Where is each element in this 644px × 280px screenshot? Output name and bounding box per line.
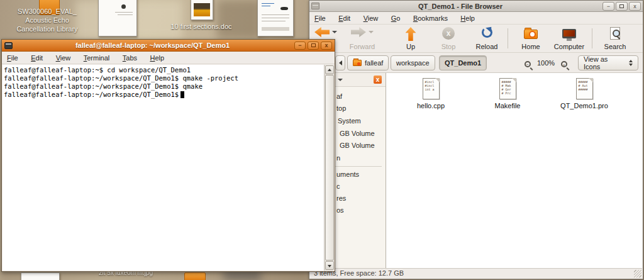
wallpaper-shape — [217, 0, 261, 39]
home-label: Home — [521, 43, 540, 50]
scroll-up-button[interactable] — [325, 65, 334, 74]
menu-view[interactable]: View — [358, 13, 384, 24]
terminal-window: falleaf@falleaf-laptop: ~/workspace/QT_D… — [1, 39, 335, 272]
document-line — [115, 12, 133, 13]
reload-icon — [482, 27, 492, 38]
desktop-icon-document-partial[interactable] — [21, 272, 60, 280]
sidebar-item[interactable]: GB Volume — [340, 142, 375, 149]
terminal-line: falleaf@falleaf-laptop:~$ cd workspace/Q… — [4, 66, 324, 74]
zoom-out-button[interactable]: − — [525, 59, 531, 70]
search-icon — [610, 27, 620, 40]
path-button-qt-demo1[interactable]: QT_Demo1 — [439, 55, 487, 70]
computer-button[interactable]: Computer — [549, 26, 589, 52]
terminal-menubar: File Edit View Terminal Tabs Help — [2, 52, 335, 64]
zoom-level: 100% — [537, 59, 555, 67]
search-label: Search — [604, 43, 626, 50]
menu-view[interactable]: View — [51, 52, 76, 64]
forward-icon — [351, 27, 366, 37]
sidebar-item[interactable]: System — [338, 117, 361, 125]
back-history-caret-icon[interactable] — [332, 31, 337, 33]
view-mode-select[interactable]: View as Icons — [578, 55, 638, 70]
desktop-icon-document[interactable] — [257, 0, 294, 36]
file-list-view[interactable]: #incl #incl int a hello.cpp ##### # Mak … — [386, 73, 642, 268]
sidebar-close-button[interactable]: x — [374, 76, 382, 84]
scroll-down-button[interactable] — [325, 261, 334, 270]
sidebar-item[interactable]: n — [336, 154, 340, 162]
path-label: QT_Demo1 — [445, 59, 481, 67]
up-button[interactable]: Up — [397, 26, 425, 52]
sidebar-item[interactable]: c — [336, 182, 340, 190]
terminal-line: falleaf@falleaf-laptop:~/workspace/QT_De… — [4, 91, 324, 99]
menu-file[interactable]: File — [2, 52, 23, 64]
zoom-in-button[interactable]: + — [561, 59, 567, 70]
toolbar-separator — [592, 28, 592, 48]
menu-edit[interactable]: Edit — [26, 52, 48, 64]
spinner-icon — [629, 60, 633, 66]
home-icon — [524, 30, 538, 39]
reload-button[interactable]: Reload — [471, 26, 502, 52]
maximize-button[interactable] — [616, 2, 628, 11]
document-smudge — [280, 7, 288, 10]
file-item-makefile[interactable]: ##### # Mak # Ger # Prc Makefile — [473, 78, 542, 109]
minimize-button[interactable]: − — [602, 2, 614, 11]
file-item-qt-demo1-pro[interactable]: ##### # Aut ##### QT_Demo1.pro — [550, 78, 619, 109]
sidebar-dropdown-caret-icon[interactable] — [338, 79, 343, 81]
scrollbar-thumb[interactable] — [325, 75, 334, 260]
file-browser-toolbar: Back Forward Up x Stop Reload Home — [309, 25, 643, 53]
terminal-line: falleaf@falleaf-laptop:~/workspace/QT_De… — [4, 82, 324, 91]
desktop-icon-document[interactable] — [98, 0, 137, 36]
folder-icon[interactable] — [184, 272, 206, 280]
menu-edit[interactable]: Edit — [333, 13, 355, 24]
menu-tabs[interactable]: Tabs — [118, 52, 142, 64]
terminal-output[interactable]: falleaf@falleaf-laptop:~$ cd workspace/Q… — [3, 65, 324, 271]
home-button[interactable]: Home — [516, 26, 546, 52]
status-bar: 3 items, Free space: 12.7 GB — [310, 268, 642, 278]
sidebar-item[interactable]: top — [336, 104, 346, 112]
menu-go[interactable]: Go — [386, 13, 406, 24]
file-browser-title: QT_Demo1 - File Browser — [319, 3, 601, 10]
sidebar-item[interactable]: af — [336, 92, 342, 100]
path-label: workspace — [396, 59, 430, 67]
back-icon — [314, 27, 330, 37]
stop-button: x Stop — [435, 26, 462, 52]
toolbar-separator — [508, 28, 508, 48]
sidebar-item[interactable]: os — [336, 206, 344, 214]
path-scroll-left-button[interactable] — [335, 55, 345, 70]
home-folder-icon — [353, 60, 362, 66]
search-button[interactable]: Search — [599, 26, 631, 52]
terminal-line: falleaf@falleaf-laptop:~/workspace/QT_De… — [4, 74, 324, 82]
zoom-out-icon: − — [525, 61, 531, 67]
close-button[interactable]: x — [629, 2, 641, 11]
resize-grip[interactable] — [634, 270, 641, 277]
menu-help[interactable]: Help — [145, 52, 169, 64]
view-mode-label: View as Icons — [584, 55, 621, 70]
path-label: falleaf — [365, 59, 383, 67]
file-item-hello-cpp[interactable]: #incl #incl int a hello.cpp — [396, 78, 465, 109]
terminal-cursor — [180, 91, 184, 98]
minimize-button[interactable]: − — [294, 42, 306, 50]
terminal-titlebar[interactable]: falleaf@falleaf-laptop: ~/workspace/QT_D… — [2, 40, 335, 52]
terminal-scrollbar[interactable] — [324, 65, 334, 271]
forward-label: Forward — [350, 43, 375, 50]
menu-help[interactable]: Help — [455, 13, 480, 24]
file-browser-window: QT_Demo1 - File Browser − x File Edit Vi… — [309, 0, 643, 279]
menu-file[interactable]: File — [309, 13, 331, 24]
computer-label: Computer — [554, 43, 584, 50]
makefile-icon: ##### # Mak # Ger # Prc — [499, 78, 516, 99]
menu-bookmarks[interactable]: Bookmarks — [408, 13, 453, 24]
sidebar-item[interactable]: res — [336, 194, 346, 202]
sidebar-item[interactable]: GB Volume — [340, 130, 375, 137]
close-button[interactable]: x — [321, 42, 332, 50]
document-line — [262, 6, 270, 6]
left-triangle-icon — [339, 60, 342, 65]
file-name: hello.cpp — [396, 102, 465, 109]
menu-terminal[interactable]: Terminal — [79, 52, 115, 64]
path-button-falleaf[interactable]: falleaf — [347, 55, 389, 70]
file-browser-titlebar[interactable]: QT_Demo1 - File Browser − x — [309, 1, 643, 12]
path-button-workspace[interactable]: workspace — [391, 55, 435, 70]
sidebar-item[interactable]: uments — [336, 171, 359, 178]
wallpaper-shape — [223, 271, 261, 280]
desktop-icon-label[interactable]: 10 first sections.doc — [157, 23, 245, 30]
desktop-icon-document-preview[interactable] — [191, 0, 213, 20]
maximize-button[interactable] — [308, 42, 319, 50]
